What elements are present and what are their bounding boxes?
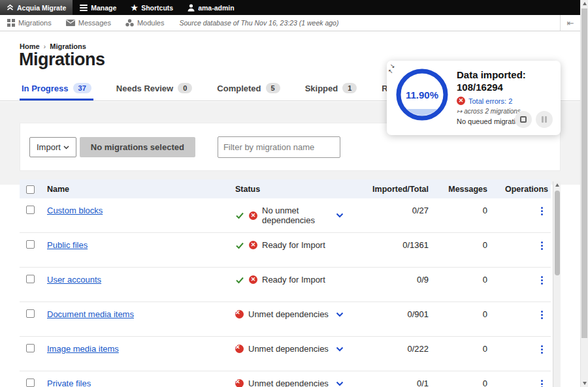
table-body: Custom blocks ✕ No unmet dependencies 0/…: [20, 198, 551, 387]
error-icon: ✕: [235, 379, 244, 387]
status-expand-chevron[interactable]: [336, 312, 344, 317]
acquia-migrate-brand[interactable]: Acquia Migrate: [0, 0, 73, 15]
header-imported-total: Imported/Total: [353, 185, 431, 194]
page-scrollbar-thumb[interactable]: [581, 8, 587, 338]
progress-percent: 11.90%: [395, 68, 449, 121]
tab-label: Needs Review: [116, 84, 173, 93]
row-checkbox[interactable]: [26, 275, 35, 283]
migration-name-link[interactable]: Public files: [47, 240, 88, 250]
stop-import-button[interactable]: [515, 111, 532, 128]
error-icon: ✕: [249, 241, 257, 249]
user-label: ama-admin: [198, 4, 234, 12]
tab-label: Skipped: [305, 84, 338, 93]
toolbar-item-messages[interactable]: Messages: [59, 15, 118, 31]
error-icon: ✕: [235, 310, 244, 318]
user-menu[interactable]: ama-admin: [180, 0, 241, 15]
row-checkbox[interactable]: [26, 344, 35, 352]
imported-total-value: 0/222: [353, 337, 431, 354]
tab-label: Completed: [217, 84, 261, 93]
row-operations-kebab-icon[interactable]: [540, 240, 544, 251]
tab-count-badge: 0: [178, 83, 192, 93]
table-scrollbar-thumb[interactable]: [555, 191, 560, 275]
migration-name-link[interactable]: Document media items: [47, 309, 134, 319]
status-text: Ready for Import: [262, 240, 325, 250]
row-operations-kebab-icon[interactable]: [540, 206, 544, 217]
migration-row: Custom blocks ✕ No unmet dependencies 0/…: [20, 198, 551, 233]
migrations-table: Name Status Imported/Total Messages Oper…: [20, 179, 551, 387]
migration-name-link[interactable]: Custom blocks: [47, 206, 103, 215]
toolbar-collapse-button[interactable]: ⇤: [560, 15, 580, 31]
scroll-up-arrow-icon[interactable]: [555, 183, 559, 187]
toolbar-item-modules[interactable]: Modules: [118, 15, 172, 31]
chevron-down-icon: [336, 347, 344, 352]
total-errors-link[interactable]: ✕ Total errors: 2: [457, 97, 555, 105]
imported-total-value: 0/1361: [353, 233, 431, 250]
tab[interactable]: Completed 5: [215, 78, 282, 101]
messages-count: 0: [431, 198, 490, 215]
manage-label: Manage: [91, 4, 116, 12]
imported-total-value: 0/9: [353, 268, 431, 285]
filter-migration-input[interactable]: [218, 136, 340, 158]
import-dropdown-button[interactable]: Import: [29, 137, 76, 157]
messages-count: 0: [431, 337, 490, 354]
chevron-down-icon: [336, 381, 344, 386]
messages-count: 0: [431, 268, 490, 285]
imported-total-value: 0/1: [353, 371, 431, 387]
collapse-corner-icon[interactable]: ↘↖: [390, 63, 395, 74]
check-icon: [235, 275, 244, 285]
page-title: Migrations: [19, 50, 105, 70]
shortcuts-menu[interactable]: ★ Shortcuts: [123, 0, 180, 15]
source-database-note: Source database of Thu Nov 16, 23:23 (1 …: [179, 19, 338, 27]
page-scroll-down-arrow-icon[interactable]: [583, 382, 587, 385]
row-operations-kebab-icon[interactable]: [540, 379, 544, 387]
chevron-down-icon: [336, 213, 344, 218]
manage-menu[interactable]: Manage: [73, 0, 123, 15]
status-expand-chevron[interactable]: [336, 381, 344, 386]
shortcuts-label: Shortcuts: [141, 4, 173, 12]
page-scroll-up-arrow-icon[interactable]: [583, 2, 587, 5]
acquia-migrate-page: Acquia Migrate Manage ★ Shortcuts ama-ad…: [0, 0, 588, 387]
row-checkbox[interactable]: [26, 379, 35, 387]
grid-icon: [7, 19, 15, 27]
tab[interactable]: Needs Review 0: [114, 78, 195, 101]
error-icon: ✕: [249, 211, 257, 220]
tab-label: In Progress: [22, 84, 69, 93]
row-operations-kebab-icon[interactable]: [540, 309, 544, 320]
star-icon: ★: [131, 4, 138, 12]
status-expand-chevron[interactable]: [336, 213, 344, 218]
tab-count-badge: 37: [73, 83, 91, 93]
migration-name-link[interactable]: User accounts: [47, 275, 101, 285]
row-checkbox[interactable]: [26, 240, 35, 249]
tab[interactable]: In Progress 37: [20, 78, 93, 101]
tab-count-badge: 1: [342, 83, 357, 93]
page-scrollbar[interactable]: [580, 0, 588, 387]
error-icon: ✕: [249, 275, 257, 284]
row-operations-kebab-icon[interactable]: [540, 344, 544, 355]
status-expand-chevron[interactable]: [336, 347, 344, 352]
status-text: Unmet dependencies: [248, 344, 329, 354]
brand-label: Acquia Migrate: [17, 4, 66, 12]
admin-bar: Acquia Migrate Manage ★ Shortcuts ama-ad…: [0, 0, 580, 15]
tab[interactable]: Skipped 1: [303, 78, 359, 101]
error-badge-icon: ✕: [457, 97, 465, 105]
module-toolbar: Migrations Messages Modules Source datab…: [0, 15, 580, 31]
table-scrollbar[interactable]: [553, 181, 561, 387]
migration-name-link[interactable]: Private files: [47, 379, 91, 387]
toolbar-messages-label: Messages: [78, 19, 111, 27]
collapse-icon: ⇤: [567, 18, 574, 28]
messages-count: 0: [431, 371, 490, 387]
stop-icon: [520, 116, 527, 123]
header-status: Status: [235, 185, 353, 194]
migration-name-link[interactable]: Image media items: [47, 344, 119, 354]
row-checkbox[interactable]: [26, 309, 35, 318]
header-operations: Operations: [490, 185, 551, 194]
row-operations-kebab-icon[interactable]: [540, 275, 544, 286]
migration-row: Private files ✕ Unmet dependencies 0/1 0: [20, 371, 551, 387]
pause-import-button[interactable]: [536, 111, 553, 128]
row-checkbox[interactable]: [26, 206, 35, 214]
messages-count: 0: [431, 233, 490, 250]
toolbar-item-migrations[interactable]: Migrations: [0, 15, 59, 31]
status-text: No unmet dependencies: [262, 206, 331, 225]
select-all-checkbox[interactable]: [26, 185, 35, 194]
chevron-down-icon: [336, 312, 344, 317]
